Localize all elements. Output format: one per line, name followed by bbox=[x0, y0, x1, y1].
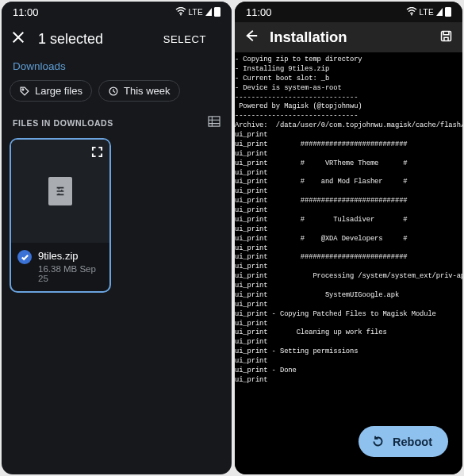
selected-check-icon[interactable] bbox=[17, 250, 32, 264]
chip-this-week[interactable]: This week bbox=[98, 80, 180, 102]
chip-large-files[interactable]: Large files bbox=[10, 80, 92, 102]
svg-rect-8 bbox=[442, 31, 451, 40]
network-label: LTE bbox=[420, 8, 435, 17]
file-meta-row: 9tiles.zip 16.38 MB Sep 25 bbox=[11, 243, 109, 291]
left-phone-screen: 11:00 LTE 1 selected SELECT Downloads La… bbox=[2, 2, 232, 474]
signal-icon bbox=[436, 8, 443, 16]
clock-icon bbox=[108, 86, 119, 97]
zip-icon bbox=[48, 177, 72, 205]
wifi-icon bbox=[406, 6, 417, 18]
svg-point-1 bbox=[22, 88, 24, 90]
expand-icon[interactable] bbox=[91, 146, 103, 158]
file-grid: 9tiles.zip 16.38 MB Sep 25 bbox=[2, 138, 232, 293]
app-bar: Installation bbox=[235, 22, 462, 52]
right-phone-screen: 11:00 LTE Installation - Copying zip to … bbox=[235, 2, 462, 474]
breadcrumb[interactable]: Downloads bbox=[2, 57, 232, 80]
close-icon[interactable] bbox=[11, 30, 25, 48]
status-icons: LTE bbox=[175, 6, 221, 18]
section-header: FILES IN DOWNLOADS bbox=[2, 111, 232, 138]
file-size-date: 16.38 MB Sep 25 bbox=[38, 264, 103, 283]
select-button[interactable]: SELECT bbox=[163, 33, 206, 45]
view-toggle-icon[interactable] bbox=[208, 116, 220, 130]
status-bar: 11:00 LTE bbox=[235, 2, 462, 22]
selection-title: 1 selected bbox=[38, 31, 151, 48]
status-bar: 11:00 LTE bbox=[2, 2, 232, 22]
battery-icon bbox=[445, 7, 451, 17]
page-title: Installation bbox=[270, 29, 428, 46]
file-card[interactable]: 9tiles.zip 16.38 MB Sep 25 bbox=[10, 138, 111, 293]
svg-rect-3 bbox=[209, 117, 220, 126]
file-thumbnail bbox=[11, 140, 109, 243]
tag-icon bbox=[19, 86, 30, 97]
filter-chips: Large files This week bbox=[2, 80, 232, 111]
status-icons: LTE bbox=[406, 6, 452, 18]
network-label: LTE bbox=[189, 8, 204, 17]
status-time: 11:00 bbox=[246, 6, 272, 18]
reboot-label: Reboot bbox=[393, 436, 432, 448]
status-time: 11:00 bbox=[13, 6, 39, 18]
file-name: 9tiles.zip bbox=[38, 250, 103, 263]
wifi-icon bbox=[175, 6, 186, 18]
reboot-icon bbox=[371, 435, 385, 448]
svg-point-7 bbox=[411, 13, 412, 15]
terminal-output[interactable]: - Copying zip to temp directory - Instal… bbox=[235, 52, 462, 474]
save-icon[interactable] bbox=[439, 29, 453, 46]
section-label: FILES IN DOWNLOADS bbox=[13, 118, 113, 128]
back-icon[interactable] bbox=[244, 29, 259, 46]
signal-icon bbox=[205, 8, 212, 16]
app-bar: 1 selected SELECT bbox=[2, 22, 232, 57]
battery-icon bbox=[214, 7, 220, 17]
reboot-button[interactable]: Reboot bbox=[359, 426, 448, 457]
svg-point-0 bbox=[180, 13, 182, 15]
chip-label: This week bbox=[124, 85, 171, 97]
chip-label: Large files bbox=[35, 85, 82, 97]
